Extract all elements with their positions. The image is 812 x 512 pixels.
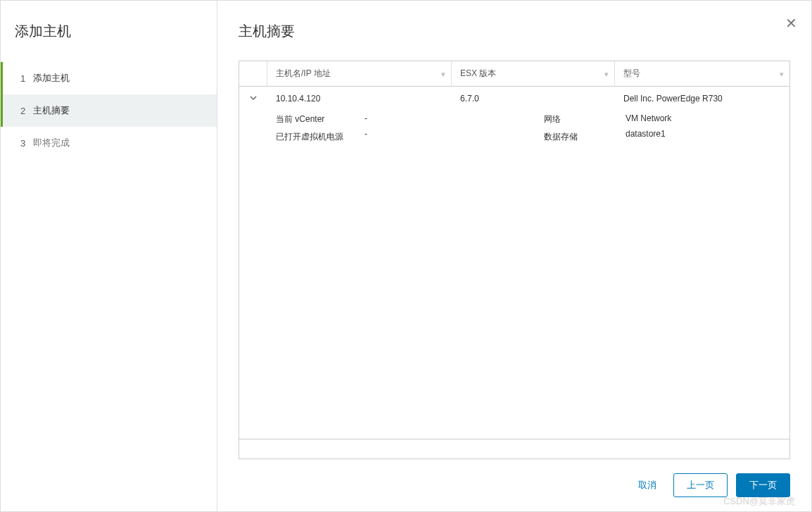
chevron-down-icon [249,94,258,104]
col-model[interactable]: 型号 ▾ [615,61,789,86]
host-summary-grid: 主机名/IP 地址 ▾ ESX 版本 ▾ 型号 ▾ [239,61,790,459]
wizard-content: ✕ 主机摘要 主机名/IP 地址 ▾ ESX 版本 ▾ 型号 ▾ [217,1,811,511]
label-datastore: 数据存储 [544,131,614,143]
label-network: 网络 [544,113,614,125]
cell-model: Dell Inc. PowerEdge R730 [615,94,789,104]
col-label: ESX 版本 [460,68,496,80]
grid-header: 主机名/IP 地址 ▾ ESX 版本 ▾ 型号 ▾ [239,61,789,87]
wizard-sidebar: 添加主机 1 添加主机 2 主机摘要 3 即将完成 [1,1,217,511]
table-row[interactable]: 10.10.4.120 6.7.0 Dell Inc. PowerEdge R7… [239,87,789,111]
step-host-summary[interactable]: 2 主机摘要 [1,94,217,127]
step-number: 2 [20,106,33,116]
value-network: VM Network [626,113,671,123]
value-datastore: datastore1 [626,129,671,139]
step-label: 主机摘要 [33,104,70,117]
col-label: 主机名/IP 地址 [276,68,331,80]
cancel-button[interactable]: 取消 [630,473,665,497]
detail-col-right: 网络 数据存储 VM Network datastore1 [544,113,671,143]
cell-esx: 6.7.0 [452,94,615,104]
grid-body: 10.10.4.120 6.7.0 Dell Inc. PowerEdge R7… [239,87,789,439]
wizard-title: 添加主机 [1,15,217,62]
add-host-dialog: 添加主机 1 添加主机 2 主机摘要 3 即将完成 ✕ 主机摘要 主机名/IP … [0,0,812,512]
col-esx-version[interactable]: ESX 版本 ▾ [452,61,615,86]
step-label: 添加主机 [33,72,70,85]
cell-host: 10.10.4.120 [267,94,452,104]
label-poweredvm: 已打开虚拟机电源 [276,131,353,143]
col-expand [239,61,267,86]
row-detail: 当前 vCenter 已打开虚拟机电源 - - 网络 数据存储 [239,111,789,150]
detail-col-left: 当前 vCenter 已打开虚拟机电源 - - [276,113,407,143]
filter-icon[interactable]: ▾ [441,69,445,78]
filter-icon[interactable]: ▾ [604,69,609,78]
label-vcenter: 当前 vCenter [276,113,353,125]
close-icon[interactable]: ✕ [785,16,797,30]
value-vcenter: - [364,113,407,123]
step-number: 3 [20,138,33,149]
col-hostname[interactable]: 主机名/IP 地址 ▾ [267,61,452,86]
step-ready-complete[interactable]: 3 即将完成 [1,127,217,159]
col-label: 型号 [623,68,640,80]
page-title: 主机摘要 [239,22,790,41]
value-poweredvm: - [364,129,407,139]
wizard-actions: 取消 上一页 下一页 [239,459,790,497]
back-button[interactable]: 上一页 [673,473,728,497]
grid-footer [239,439,789,458]
filter-icon[interactable]: ▾ [780,69,784,78]
step-add-host[interactable]: 1 添加主机 [1,62,217,94]
step-label: 即将完成 [33,137,70,149]
next-button[interactable]: 下一页 [736,473,790,497]
row-expand-toggle[interactable] [239,94,267,104]
step-number: 1 [20,73,33,84]
